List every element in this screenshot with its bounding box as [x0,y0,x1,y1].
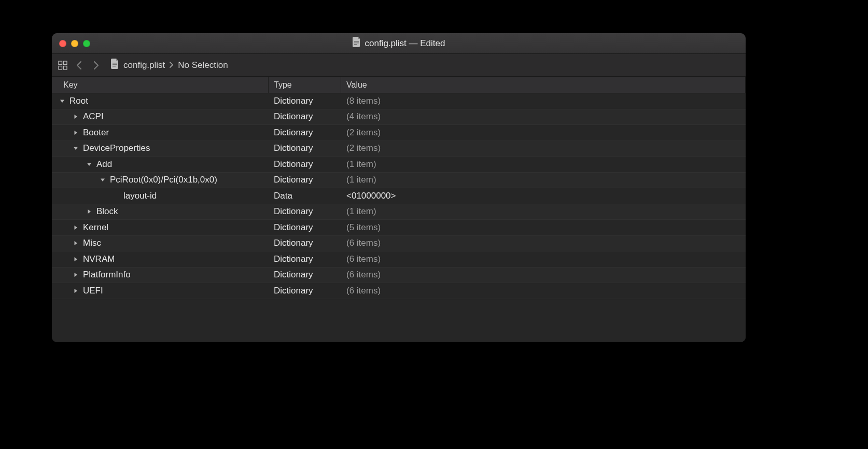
value-cell[interactable]: (1 item) [341,175,746,185]
disclosure-right-icon[interactable] [73,272,79,277]
table-row[interactable]: PciRoot(0x0)/Pci(0x1b,0x0)Dictionary(1 i… [52,173,746,189]
table-row[interactable]: BooterDictionary(2 items) [52,125,746,141]
navigation-bar: config.plist No Selection [52,54,746,77]
svg-rect-4 [64,61,67,65]
value-cell[interactable]: (6 items) [341,254,746,264]
zoom-button[interactable] [83,40,90,47]
disclosure-right-icon[interactable] [73,130,79,135]
related-items-icon[interactable] [57,60,68,71]
key-label: UEFI [83,286,103,296]
table-body: RootDictionary(8 items)ACPIDictionary(4 … [52,93,746,342]
value-cell[interactable]: (2 items) [341,128,746,138]
key-label: PciRoot(0x0)/Pci(0x1b,0x0) [110,175,217,185]
table-row[interactable]: PlatformInfoDictionary(6 items) [52,268,746,284]
table-row[interactable]: DevicePropertiesDictionary(2 items) [52,141,746,157]
file-icon [111,59,119,72]
breadcrumb-selection[interactable]: No Selection [178,60,228,71]
key-label: NVRAM [83,254,115,264]
key-label: Root [69,96,88,106]
svg-rect-1 [354,43,359,43]
type-cell[interactable]: Dictionary [269,143,341,153]
column-header-type[interactable]: Type [269,77,341,93]
type-cell[interactable]: Dictionary [269,222,341,233]
file-icon [353,37,361,50]
value-cell[interactable]: <01000000> [341,191,746,201]
key-cell[interactable]: Kernel [52,222,269,233]
column-header-key[interactable]: Key [52,77,269,93]
window-title: config.plist — Edited [353,37,445,50]
key-cell[interactable]: ACPI [52,111,269,122]
key-cell[interactable]: NVRAM [52,254,269,264]
type-cell[interactable]: Dictionary [269,128,341,138]
disclosure-right-icon[interactable] [86,209,92,214]
disclosure-right-icon[interactable] [73,257,79,262]
type-cell[interactable]: Dictionary [269,96,341,106]
traffic-lights [59,40,90,47]
value-cell[interactable]: (1 item) [341,206,746,217]
close-button[interactable] [59,40,66,47]
type-cell[interactable]: Dictionary [269,270,341,280]
value-cell[interactable]: (2 items) [341,143,746,153]
svg-rect-3 [59,61,62,65]
key-cell[interactable]: PciRoot(0x0)/Pci(0x1b,0x0) [52,175,269,185]
type-cell[interactable]: Dictionary [269,254,341,264]
disclosure-right-icon[interactable] [73,225,79,230]
back-button[interactable] [74,60,85,71]
key-cell[interactable]: Block [52,206,269,217]
breadcrumb: config.plist No Selection [111,59,228,72]
svg-rect-8 [113,64,117,65]
key-cell[interactable]: Misc [52,238,269,248]
table-row[interactable]: RootDictionary(8 items) [52,93,746,109]
key-cell[interactable]: PlatformInfo [52,270,269,280]
column-header-value[interactable]: Value [341,77,746,93]
svg-rect-7 [113,63,117,63]
value-cell[interactable]: (6 items) [341,238,746,248]
disclosure-down-icon[interactable] [59,99,65,104]
key-cell[interactable]: UEFI [52,286,269,296]
type-cell[interactable]: Dictionary [269,238,341,248]
value-cell[interactable]: (5 items) [341,222,746,233]
breadcrumb-file[interactable]: config.plist [123,60,165,71]
table-row[interactable]: ACPIDictionary(4 items) [52,109,746,125]
type-cell[interactable]: Dictionary [269,286,341,296]
key-cell[interactable]: Add [52,159,269,170]
key-cell[interactable]: layout-id [52,191,269,201]
svg-rect-9 [113,66,116,66]
svg-rect-5 [59,66,62,69]
key-cell[interactable]: Booter [52,128,269,138]
value-cell[interactable]: (6 items) [341,270,746,280]
svg-rect-0 [354,41,359,41]
table-row[interactable]: AddDictionary(1 item) [52,157,746,173]
type-cell[interactable]: Dictionary [269,206,341,217]
value-cell[interactable]: (4 items) [341,111,746,122]
disclosure-right-icon[interactable] [73,114,79,119]
disclosure-down-icon[interactable] [100,177,106,183]
table-row[interactable]: layout-idData<01000000> [52,188,746,204]
disclosure-down-icon[interactable] [73,146,79,151]
disclosure-right-icon[interactable] [73,241,79,246]
minimize-button[interactable] [71,40,78,47]
key-cell[interactable]: Root [52,96,269,106]
disclosure-right-icon[interactable] [73,288,79,293]
key-label: layout-id [123,191,157,201]
chevron-right-icon [169,60,174,71]
key-label: PlatformInfo [83,270,131,280]
key-cell[interactable]: DeviceProperties [52,143,269,153]
value-cell[interactable]: (8 items) [341,96,746,106]
type-cell[interactable]: Dictionary [269,111,341,122]
type-cell[interactable]: Data [269,191,341,201]
value-cell[interactable]: (1 item) [341,159,746,170]
table-row[interactable]: BlockDictionary(1 item) [52,204,746,220]
table-row[interactable]: UEFIDictionary(6 items) [52,283,746,299]
table-row[interactable]: KernelDictionary(5 items) [52,220,746,236]
type-cell[interactable]: Dictionary [269,175,341,185]
value-cell[interactable]: (6 items) [341,286,746,296]
disclosure-down-icon[interactable] [86,162,92,167]
table-row[interactable]: MiscDictionary(6 items) [52,236,746,252]
titlebar[interactable]: config.plist — Edited [52,33,746,54]
plist-table: Key Type Value RootDictionary(8 items)AC… [52,77,746,342]
forward-button[interactable] [90,60,102,71]
key-label: Block [96,206,118,217]
table-row[interactable]: NVRAMDictionary(6 items) [52,251,746,268]
type-cell[interactable]: Dictionary [269,159,341,170]
